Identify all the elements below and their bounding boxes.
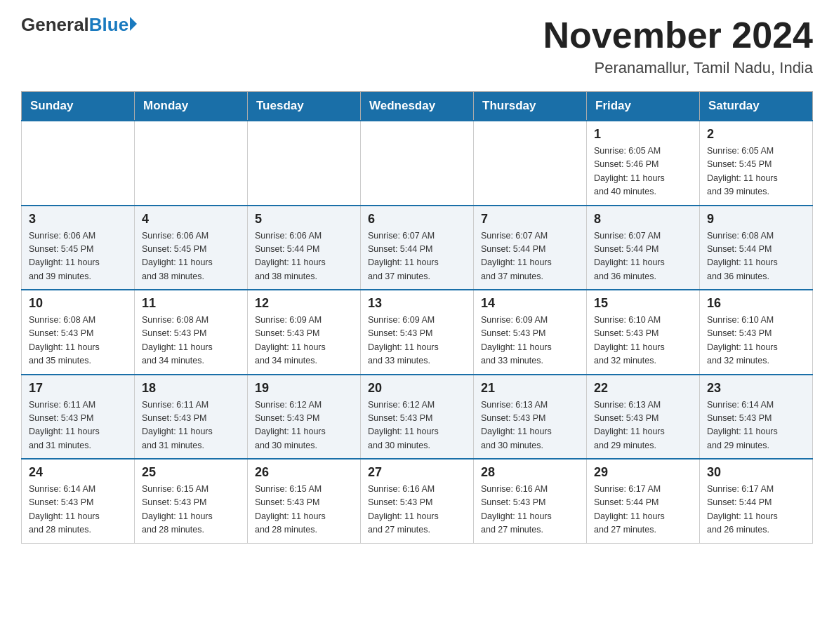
calendar-cell-1-6: 9Sunrise: 6:08 AMSunset: 5:44 PMDaylight… [700,206,813,290]
day-number: 11 [142,296,240,311]
weekday-header-row: Sunday Monday Tuesday Wednesday Thursday… [22,92,813,121]
day-number: 10 [29,296,127,311]
calendar-cell-1-4: 7Sunrise: 6:07 AMSunset: 5:44 PMDaylight… [474,206,587,290]
calendar-cell-2-5: 15Sunrise: 6:10 AMSunset: 5:43 PMDayligh… [587,290,700,375]
day-number: 26 [255,465,353,480]
calendar-cell-2-0: 10Sunrise: 6:08 AMSunset: 5:43 PMDayligh… [22,290,135,375]
day-number: 18 [142,381,240,396]
day-number: 1 [594,127,692,142]
calendar-cell-3-2: 19Sunrise: 6:12 AMSunset: 5:43 PMDayligh… [248,375,361,459]
header-thursday: Thursday [474,92,587,121]
calendar-cell-4-3: 27Sunrise: 6:16 AMSunset: 5:43 PMDayligh… [361,459,474,543]
day-number: 6 [368,212,466,227]
calendar-cell-2-2: 12Sunrise: 6:09 AMSunset: 5:43 PMDayligh… [248,290,361,375]
calendar-cell-4-5: 29Sunrise: 6:17 AMSunset: 5:44 PMDayligh… [587,459,700,543]
calendar-cell-1-5: 8Sunrise: 6:07 AMSunset: 5:44 PMDaylight… [587,206,700,290]
day-number: 8 [594,212,692,227]
logo-blue-part: Blue [89,14,137,36]
logo-general-text: General [21,14,89,36]
day-info: Sunrise: 6:10 AMSunset: 5:43 PMDaylight:… [707,314,805,368]
day-number: 17 [29,381,127,396]
day-info: Sunrise: 6:15 AMSunset: 5:43 PMDaylight:… [255,483,353,537]
header-friday: Friday [587,92,700,121]
day-number: 27 [368,465,466,480]
calendar-cell-3-1: 18Sunrise: 6:11 AMSunset: 5:43 PMDayligh… [135,375,248,459]
calendar-cell-4-0: 24Sunrise: 6:14 AMSunset: 5:43 PMDayligh… [22,459,135,543]
day-number: 23 [707,381,805,396]
calendar-cell-3-6: 23Sunrise: 6:14 AMSunset: 5:43 PMDayligh… [700,375,813,459]
calendar-cell-1-1: 4Sunrise: 6:06 AMSunset: 5:45 PMDaylight… [135,206,248,290]
calendar-cell-3-4: 21Sunrise: 6:13 AMSunset: 5:43 PMDayligh… [474,375,587,459]
calendar-cell-4-1: 25Sunrise: 6:15 AMSunset: 5:43 PMDayligh… [135,459,248,543]
month-title: November 2024 [543,14,813,56]
day-number: 14 [481,296,579,311]
calendar-cell-3-5: 22Sunrise: 6:13 AMSunset: 5:43 PMDayligh… [587,375,700,459]
day-info: Sunrise: 6:07 AMSunset: 5:44 PMDaylight:… [594,229,692,284]
calendar-cell-2-6: 16Sunrise: 6:10 AMSunset: 5:43 PMDayligh… [700,290,813,375]
day-number: 12 [255,296,353,311]
week-row-0: 1Sunrise: 6:05 AMSunset: 5:46 PMDaylight… [22,121,813,206]
week-row-1: 3Sunrise: 6:06 AMSunset: 5:45 PMDaylight… [22,206,813,290]
calendar-cell-4-2: 26Sunrise: 6:15 AMSunset: 5:43 PMDayligh… [248,459,361,543]
calendar-table: Sunday Monday Tuesday Wednesday Thursday… [21,91,813,544]
day-number: 5 [255,212,353,227]
day-info: Sunrise: 6:14 AMSunset: 5:43 PMDaylight:… [29,483,127,537]
day-number: 9 [707,212,805,227]
day-info: Sunrise: 6:16 AMSunset: 5:43 PMDaylight:… [481,483,579,537]
calendar-cell-2-1: 11Sunrise: 6:08 AMSunset: 5:43 PMDayligh… [135,290,248,375]
calendar-cell-2-3: 13Sunrise: 6:09 AMSunset: 5:43 PMDayligh… [361,290,474,375]
calendar-cell-1-0: 3Sunrise: 6:06 AMSunset: 5:45 PMDaylight… [22,206,135,290]
day-info: Sunrise: 6:13 AMSunset: 5:43 PMDaylight:… [481,398,579,453]
day-number: 16 [707,296,805,311]
day-info: Sunrise: 6:11 AMSunset: 5:43 PMDaylight:… [142,398,240,453]
day-info: Sunrise: 6:12 AMSunset: 5:43 PMDaylight:… [255,398,353,453]
header-wednesday: Wednesday [361,92,474,121]
day-info: Sunrise: 6:06 AMSunset: 5:44 PMDaylight:… [255,229,353,284]
day-info: Sunrise: 6:15 AMSunset: 5:43 PMDaylight:… [142,483,240,537]
calendar-cell-0-2 [248,121,361,206]
day-info: Sunrise: 6:12 AMSunset: 5:43 PMDaylight:… [368,398,466,453]
day-number: 21 [481,381,579,396]
calendar-cell-1-3: 6Sunrise: 6:07 AMSunset: 5:44 PMDaylight… [361,206,474,290]
day-number: 15 [594,296,692,311]
calendar-cell-0-4 [474,121,587,206]
day-info: Sunrise: 6:11 AMSunset: 5:43 PMDaylight:… [29,398,127,453]
day-number: 28 [481,465,579,480]
day-info: Sunrise: 6:06 AMSunset: 5:45 PMDaylight:… [29,229,127,284]
day-info: Sunrise: 6:17 AMSunset: 5:44 PMDaylight:… [707,483,805,537]
day-info: Sunrise: 6:08 AMSunset: 5:43 PMDaylight:… [142,314,240,368]
day-info: Sunrise: 6:05 AMSunset: 5:45 PMDaylight:… [707,145,805,199]
calendar-cell-4-6: 30Sunrise: 6:17 AMSunset: 5:44 PMDayligh… [700,459,813,543]
header-tuesday: Tuesday [248,92,361,121]
calendar-cell-1-2: 5Sunrise: 6:06 AMSunset: 5:44 PMDaylight… [248,206,361,290]
day-info: Sunrise: 6:05 AMSunset: 5:46 PMDaylight:… [594,145,692,199]
day-info: Sunrise: 6:17 AMSunset: 5:44 PMDaylight:… [594,483,692,537]
day-info: Sunrise: 6:09 AMSunset: 5:43 PMDaylight:… [481,314,579,368]
logo-triangle-icon [130,17,137,31]
day-info: Sunrise: 6:07 AMSunset: 5:44 PMDaylight:… [368,229,466,284]
header-saturday: Saturday [700,92,813,121]
calendar-cell-0-0 [22,121,135,206]
calendar-cell-0-6: 2Sunrise: 6:05 AMSunset: 5:45 PMDaylight… [700,121,813,206]
calendar-cell-0-3 [361,121,474,206]
logo: General Blue [21,14,137,36]
location-label: Peranamallur, Tamil Nadu, India [543,59,813,77]
week-row-2: 10Sunrise: 6:08 AMSunset: 5:43 PMDayligh… [22,290,813,375]
day-number: 2 [707,127,805,142]
day-number: 25 [142,465,240,480]
day-number: 3 [29,212,127,227]
day-info: Sunrise: 6:09 AMSunset: 5:43 PMDaylight:… [255,314,353,368]
day-number: 20 [368,381,466,396]
header-monday: Monday [135,92,248,121]
day-number: 30 [707,465,805,480]
day-number: 7 [481,212,579,227]
day-info: Sunrise: 6:06 AMSunset: 5:45 PMDaylight:… [142,229,240,284]
week-row-3: 17Sunrise: 6:11 AMSunset: 5:43 PMDayligh… [22,375,813,459]
header-sunday: Sunday [22,92,135,121]
day-number: 4 [142,212,240,227]
title-area: November 2024 Peranamallur, Tamil Nadu, … [543,14,813,77]
day-info: Sunrise: 6:14 AMSunset: 5:43 PMDaylight:… [707,398,805,453]
day-number: 22 [594,381,692,396]
calendar-cell-0-1 [135,121,248,206]
day-info: Sunrise: 6:13 AMSunset: 5:43 PMDaylight:… [594,398,692,453]
